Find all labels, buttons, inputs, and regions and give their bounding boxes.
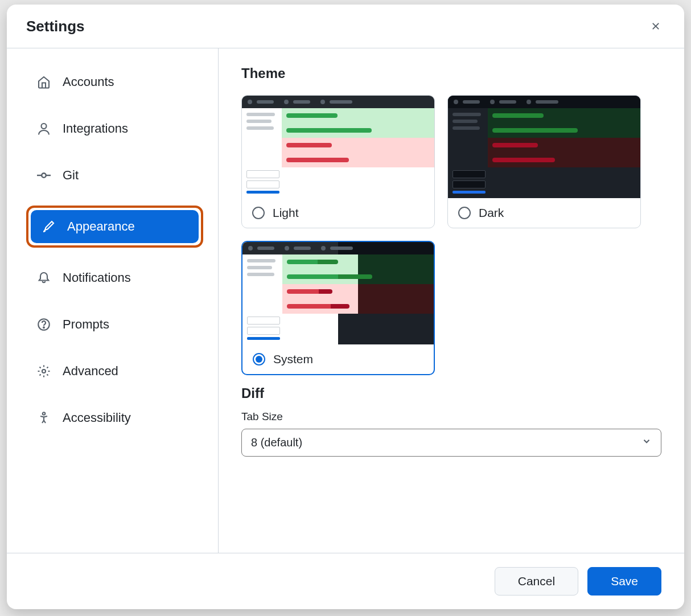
svg-point-5: [43, 327, 44, 328]
sidebar-item-prompts[interactable]: Prompts: [26, 308, 203, 341]
sidebar-item-label: Appearance: [67, 219, 135, 234]
question-icon: [36, 317, 51, 332]
settings-content: Theme: [219, 48, 684, 553]
modal-header: Settings: [7, 5, 684, 48]
tab-size-label: Tab Size: [241, 410, 661, 423]
radio-system[interactable]: [253, 353, 265, 366]
sidebar-item-highlight: Appearance: [26, 206, 203, 248]
tab-size-value: 8 (default): [251, 436, 302, 449]
sidebar-item-accounts[interactable]: Accounts: [26, 65, 203, 98]
diff-heading: Diff: [241, 385, 661, 401]
theme-preview-dark: [448, 96, 640, 198]
svg-point-7: [43, 412, 46, 415]
settings-sidebar: Accounts Integrations Git A: [7, 48, 219, 553]
radio-dark[interactable]: [458, 207, 471, 219]
sidebar-item-advanced[interactable]: Advanced: [26, 355, 203, 388]
theme-option-system[interactable]: System: [241, 241, 435, 375]
svg-point-0: [42, 124, 47, 129]
sidebar-item-label: Accessibility: [63, 410, 131, 425]
sidebar-item-label: Integrations: [63, 121, 128, 136]
person-icon: [36, 121, 51, 136]
accessibility-icon: [36, 410, 51, 425]
home-icon: [36, 75, 51, 89]
theme-label: Light: [273, 206, 299, 220]
sidebar-item-notifications[interactable]: Notifications: [26, 261, 203, 294]
sidebar-item-label: Advanced: [63, 364, 118, 379]
paintbrush-icon: [41, 219, 56, 234]
svg-point-1: [42, 173, 46, 178]
theme-label: System: [273, 352, 313, 366]
chevron-down-icon: [641, 436, 652, 449]
svg-point-6: [42, 369, 46, 373]
theme-preview-system: [242, 242, 434, 344]
sidebar-item-accessibility[interactable]: Accessibility: [26, 401, 203, 434]
sidebar-item-label: Notifications: [63, 270, 131, 285]
theme-label: Dark: [479, 206, 504, 220]
close-icon: [650, 20, 661, 32]
theme-options: Light: [241, 95, 661, 375]
settings-modal: Settings Accounts Integrations: [7, 5, 684, 609]
sidebar-item-git[interactable]: Git: [26, 159, 203, 192]
sidebar-item-integrations[interactable]: Integrations: [26, 112, 203, 145]
save-button[interactable]: Save: [587, 567, 661, 596]
theme-option-dark[interactable]: Dark: [447, 95, 641, 228]
git-commit-icon: [36, 168, 51, 183]
gear-icon: [36, 364, 51, 379]
sidebar-item-label: Git: [63, 168, 79, 183]
radio-light[interactable]: [252, 207, 265, 219]
theme-heading: Theme: [241, 65, 661, 81]
cancel-button[interactable]: Cancel: [495, 567, 578, 596]
sidebar-item-appearance[interactable]: Appearance: [31, 210, 199, 243]
tab-size-select[interactable]: 8 (default): [241, 429, 661, 457]
modal-body: Accounts Integrations Git A: [7, 48, 684, 553]
sidebar-item-label: Accounts: [63, 75, 114, 89]
close-button[interactable]: [647, 17, 665, 35]
modal-footer: Cancel Save: [7, 553, 684, 609]
sidebar-item-label: Prompts: [63, 317, 109, 332]
theme-preview-light: [242, 96, 434, 198]
theme-option-light[interactable]: Light: [241, 95, 435, 228]
bell-icon: [36, 270, 51, 285]
modal-title: Settings: [26, 18, 85, 35]
